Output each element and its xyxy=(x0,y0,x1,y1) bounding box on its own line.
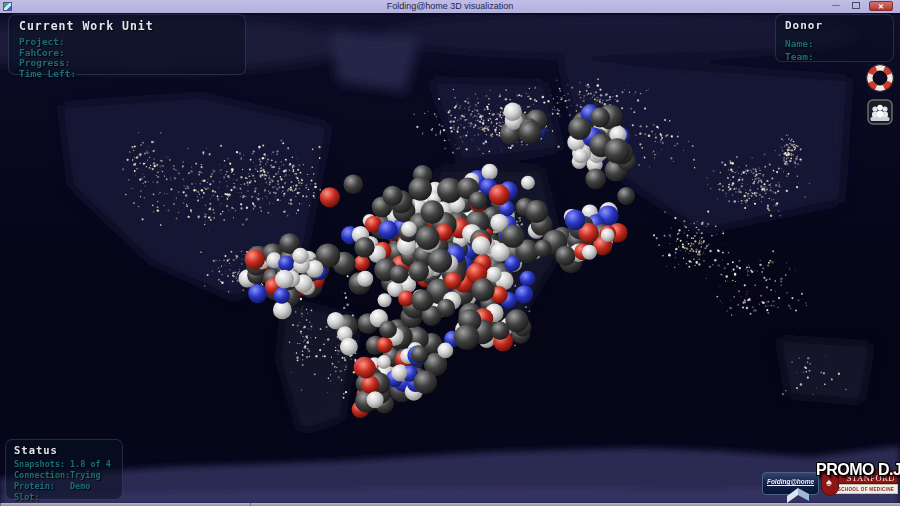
maximize-icon xyxy=(852,2,860,9)
app-window: Folding@home 3D visualization — ✕ xyxy=(0,0,900,506)
work-unit-title: Current Work Unit xyxy=(19,19,235,33)
panel-donor: Donor Name: Team: xyxy=(775,14,894,62)
lifebuoy-icon xyxy=(866,64,894,94)
panel-current-work-unit: Current Work Unit Project: FahCore: Prog… xyxy=(8,14,246,75)
panel-status: Status Snapshots:1.8 of 4 Connection:Try… xyxy=(5,439,123,500)
donor-row-team: Team: xyxy=(785,50,884,63)
map-3d-viewport[interactable] xyxy=(0,15,900,506)
progress-label: Progress: xyxy=(19,58,70,69)
connection-value: Trying xyxy=(70,470,101,481)
work-unit-row-timeleft: Time Left: xyxy=(19,69,235,80)
window-title: Folding@home 3D visualization xyxy=(0,1,900,11)
timeleft-label: Time Left: xyxy=(19,69,76,80)
donor-name-label: Name: xyxy=(785,37,814,50)
snapshots-label: Snapshots: xyxy=(14,459,70,470)
protein-label: Protein: xyxy=(14,481,70,492)
promo-watermark: PROMO D.J xyxy=(816,460,900,479)
protein-molecule xyxy=(0,15,900,506)
team-stats-button[interactable] xyxy=(867,99,893,129)
title-bar: Folding@home 3D visualization — ✕ xyxy=(0,0,900,13)
donor-title: Donor xyxy=(785,19,884,32)
donor-row-name: Name: xyxy=(785,37,884,50)
status-row-connection: Connection:Trying xyxy=(14,470,114,481)
status-title: Status xyxy=(14,444,114,456)
status-row-protein: Protein:Demo xyxy=(14,481,114,492)
status-row-slot: Slot: xyxy=(14,492,114,503)
status-row-snapshots: Snapshots:1.8 of 4 xyxy=(14,459,114,470)
work-unit-row-progress: Progress: xyxy=(19,58,235,69)
foldinghome-logo-label: Folding@home xyxy=(763,478,818,485)
help-button[interactable] xyxy=(866,64,894,98)
slot-label: Slot: xyxy=(14,492,70,503)
close-button[interactable]: ✕ xyxy=(869,1,893,11)
maximize-button[interactable] xyxy=(848,1,864,11)
snapshots-value: 1.8 of 4 xyxy=(70,459,111,470)
protein-value: Demo xyxy=(70,481,90,492)
stanford-school-strip: SCHOOL OF MEDICINE xyxy=(834,484,898,494)
connection-label: Connection: xyxy=(14,470,70,481)
work-unit-row-project: Project: xyxy=(19,37,235,48)
project-label: Project: xyxy=(19,37,65,48)
donor-team-label: Team: xyxy=(785,50,814,63)
school-of-medicine-label: SCHOOL OF MEDICINE xyxy=(835,487,897,492)
users-icon xyxy=(867,99,893,125)
minimize-button[interactable]: — xyxy=(828,1,844,11)
